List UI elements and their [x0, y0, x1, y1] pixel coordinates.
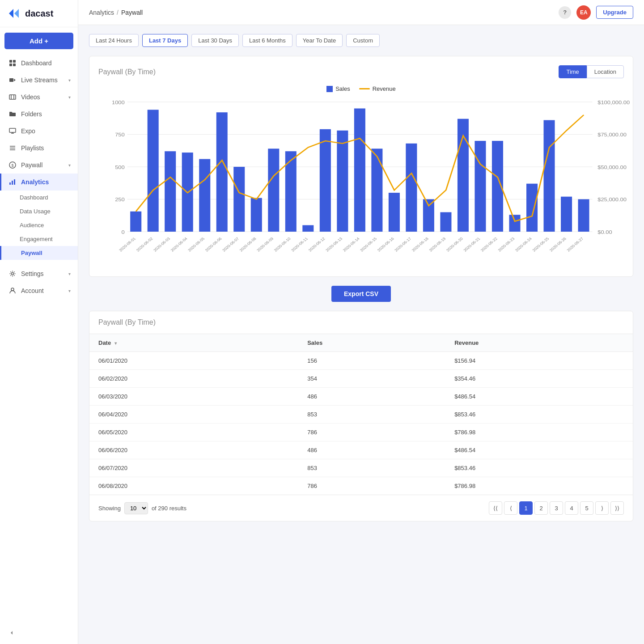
- filter-7d[interactable]: Last 7 Days: [142, 34, 188, 47]
- x-label-13: 2020-06-14: [342, 237, 360, 252]
- cell-date: 06/08/2020: [89, 477, 298, 495]
- sidebar-sub-item-dashboard[interactable]: Dashboard: [0, 191, 78, 204]
- table-row: 06/02/2020 354 $354.46: [89, 370, 633, 388]
- page-first-button[interactable]: ⟨⟨: [489, 501, 502, 515]
- cell-date: 06/05/2020: [89, 424, 298, 441]
- svg-marker-0: [9, 9, 13, 18]
- table-row: 06/08/2020 786 $786.98: [89, 477, 633, 495]
- sidebar-sub-item-paywall[interactable]: Paywall: [0, 246, 78, 260]
- bar-26: [578, 199, 589, 232]
- sidebar-item-playlists[interactable]: Playlists: [0, 140, 78, 157]
- svg-rect-19: [14, 179, 15, 185]
- showing-info: Showing 10 25 50 of 290 results: [98, 502, 186, 514]
- cell-date: 06/01/2020: [89, 352, 298, 370]
- page-prev-button[interactable]: ⟨: [504, 501, 517, 515]
- sidebar-item-label: Paywall: [21, 161, 42, 169]
- sidebar-item-expo[interactable]: Expo: [0, 123, 78, 140]
- chart-view-toggle: Time Location: [559, 65, 624, 78]
- svg-marker-7: [14, 79, 16, 81]
- page-5-button[interactable]: 5: [580, 501, 593, 515]
- sidebar-item-label: Live Streams: [21, 76, 58, 84]
- view-location-button[interactable]: Location: [587, 65, 624, 78]
- bar-18: [440, 212, 451, 232]
- page-last-button[interactable]: ⟩⟩: [610, 501, 624, 515]
- view-time-button[interactable]: Time: [559, 65, 586, 78]
- sidebar-sub-item-data-usage[interactable]: Data Usage: [0, 204, 78, 218]
- x-label-25: 2020-06-26: [549, 237, 568, 252]
- sidebar-item-settings[interactable]: Settings ▾: [0, 265, 78, 282]
- cell-sales: 786: [298, 477, 445, 495]
- x-label-19: 2020-06-20: [445, 237, 464, 252]
- page-2-button[interactable]: 2: [534, 501, 548, 515]
- page-1-button[interactable]: 1: [519, 501, 533, 515]
- bar-7: [251, 198, 262, 232]
- svg-rect-6: [9, 78, 13, 82]
- sidebar-item-label: Dashboard: [21, 59, 52, 67]
- sidebar-item-label: Folders: [21, 110, 42, 118]
- sidebar-item-videos[interactable]: Videos ▾: [0, 89, 78, 106]
- filter-ytd[interactable]: Year To Date: [296, 34, 343, 47]
- film-icon: [8, 93, 17, 101]
- svg-text:$25,000.00: $25,000.00: [597, 197, 627, 203]
- chart-legend: Sales Revenue: [98, 85, 624, 92]
- x-label-18: 2020-06-19: [428, 237, 447, 252]
- filter-24h[interactable]: Last 24 Hours: [89, 34, 139, 47]
- sidebar-item-live-streams[interactable]: Live Streams ▾: [0, 72, 78, 89]
- sidebar: dacast Add + Dashboard Live Streams ▾ Vi…: [0, 0, 78, 644]
- page-4-button[interactable]: 4: [565, 501, 578, 515]
- sidebar-collapse-button[interactable]: [0, 623, 78, 644]
- add-button[interactable]: Add +: [4, 33, 73, 49]
- legend-sales-color: [326, 86, 333, 92]
- x-label-26: 2020-06-27: [566, 237, 585, 252]
- sidebar-item-paywall[interactable]: $ Paywall ▾: [0, 157, 78, 174]
- svg-rect-17: [9, 182, 11, 185]
- sidebar-sub-item-audience[interactable]: Audience: [0, 218, 78, 232]
- grid-icon: [8, 59, 17, 67]
- table-row: 06/03/2020 486 $486.54: [89, 388, 633, 406]
- per-page-select[interactable]: 10 25 50: [124, 502, 148, 514]
- x-label-8: 2020-06-09: [256, 237, 275, 252]
- sidebar-item-dashboard[interactable]: Dashboard: [0, 55, 78, 72]
- col-date[interactable]: Date ▾: [89, 334, 298, 352]
- cell-date: 06/02/2020: [89, 370, 298, 388]
- x-label-4: 2020-06-05: [187, 237, 206, 252]
- chevron-icon: ▾: [68, 271, 71, 276]
- avatar[interactable]: EA: [576, 5, 591, 20]
- table-row: 06/04/2020 853 $853.46: [89, 406, 633, 424]
- bar-13: [354, 109, 365, 232]
- cell-sales: 853: [298, 406, 445, 424]
- sidebar-item-analytics[interactable]: Analytics: [0, 174, 78, 191]
- table-row: 06/07/2020 853 $853.46: [89, 459, 633, 477]
- cell-sales: 786: [298, 424, 445, 441]
- svg-point-21: [11, 288, 14, 291]
- chart-svg-area: 0 250 500 750 1000 $0.00 $25,000.00 $50,…: [98, 97, 624, 267]
- svg-rect-18: [12, 181, 13, 185]
- sidebar-item-account[interactable]: Account ▾: [0, 282, 78, 299]
- sidebar-item-label: Expo: [21, 127, 35, 135]
- help-button[interactable]: ?: [559, 6, 571, 19]
- x-label-1: 2020-06-02: [135, 237, 154, 252]
- x-label-10: 2020-06-11: [290, 237, 309, 252]
- page-3-button[interactable]: 3: [550, 501, 563, 515]
- table-row: 06/01/2020 156 $156.94: [89, 352, 633, 370]
- filter-custom[interactable]: Custom: [346, 34, 380, 47]
- cell-date: 06/07/2020: [89, 459, 298, 477]
- pagination-bar: Showing 10 25 50 of 290 results ⟨⟨ ⟨ 1 2: [89, 495, 633, 521]
- cell-revenue: $486.54: [445, 441, 633, 459]
- cell-sales: 853: [298, 459, 445, 477]
- bar-chart-icon: [8, 178, 17, 186]
- x-label-24: 2020-06-25: [531, 237, 550, 252]
- dollar-icon: $: [8, 161, 17, 169]
- bar-25: [561, 197, 572, 232]
- sidebar-item-folders[interactable]: Folders: [0, 106, 78, 123]
- sidebar-item-label: Account: [21, 287, 44, 294]
- filter-6m[interactable]: Last 6 Months: [242, 34, 292, 47]
- filter-30d[interactable]: Last 30 Days: [191, 34, 239, 47]
- sidebar-sub-item-engagement[interactable]: Engagement: [0, 232, 78, 246]
- export-csv-button[interactable]: Export CSV: [331, 286, 391, 302]
- upgrade-button[interactable]: Upgrade: [596, 6, 633, 19]
- page-next-button[interactable]: ⟩: [595, 501, 609, 515]
- x-label-23: 2020-06-24: [514, 237, 533, 252]
- x-label-9: 2020-06-10: [273, 237, 292, 252]
- table-row: 06/06/2020 486 $486.54: [89, 441, 633, 459]
